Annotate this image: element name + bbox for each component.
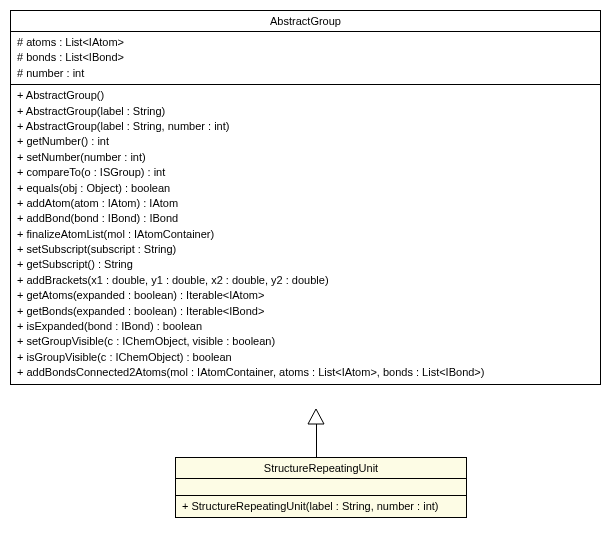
inheritance-connector xyxy=(315,409,317,457)
method-row: + finalizeAtomList(mol : IAtomContainer) xyxy=(17,227,594,242)
field-row: # bonds : List<IBond> xyxy=(17,50,594,65)
class-abstract-group: AbstractGroup # atoms : List<IAtom># bon… xyxy=(10,10,601,385)
class-structure-repeating-unit: StructureRepeatingUnit + StructureRepeat… xyxy=(175,457,467,518)
method-row: + addBond(bond : IBond) : IBond xyxy=(17,211,594,226)
method-row: + compareTo(o : ISGroup) : int xyxy=(17,165,594,180)
field-row: # atoms : List<IAtom> xyxy=(17,35,594,50)
method-row: + addAtom(atom : IAtom) : IAtom xyxy=(17,196,594,211)
method-row: + setNumber(number : int) xyxy=(17,150,594,165)
method-row: + AbstractGroup() xyxy=(17,88,594,103)
class-name: AbstractGroup xyxy=(11,11,600,32)
fields-section: # atoms : List<IAtom># bonds : List<IBon… xyxy=(11,32,600,85)
method-row: + isGroupVisible(c : IChemObject) : bool… xyxy=(17,350,594,365)
class-name: StructureRepeatingUnit xyxy=(176,458,466,479)
method-row: + getBonds(expanded : boolean) : Iterabl… xyxy=(17,304,594,319)
method-row: + addBondsConnected2Atoms(mol : IAtomCon… xyxy=(17,365,594,380)
method-row: + addBrackets(x1 : double, y1 : double, … xyxy=(17,273,594,288)
method-row: + AbstractGroup(label : String) xyxy=(17,104,594,119)
method-row: + equals(obj : Object) : boolean xyxy=(17,181,594,196)
method-row: + setSubscript(subscript : String) xyxy=(17,242,594,257)
fields-section xyxy=(176,479,466,496)
method-row: + StructureRepeatingUnit(label : String,… xyxy=(182,499,460,514)
field-row: # number : int xyxy=(17,66,594,81)
method-row: + getAtoms(expanded : boolean) : Iterabl… xyxy=(17,288,594,303)
method-row: + getNumber() : int xyxy=(17,134,594,149)
methods-section: + StructureRepeatingUnit(label : String,… xyxy=(176,496,466,517)
method-row: + isExpanded(bond : IBond) : boolean xyxy=(17,319,594,334)
methods-section: + AbstractGroup()+ AbstractGroup(label :… xyxy=(11,85,600,383)
uml-diagram: AbstractGroup # atoms : List<IAtom># bon… xyxy=(10,10,601,534)
method-row: + setGroupVisible(c : IChemObject, visib… xyxy=(17,334,594,349)
method-row: + AbstractGroup(label : String, number :… xyxy=(17,119,594,134)
inheritance-arrow-icon xyxy=(307,409,325,425)
method-row: + getSubscript() : String xyxy=(17,257,594,272)
svg-marker-0 xyxy=(308,409,324,424)
